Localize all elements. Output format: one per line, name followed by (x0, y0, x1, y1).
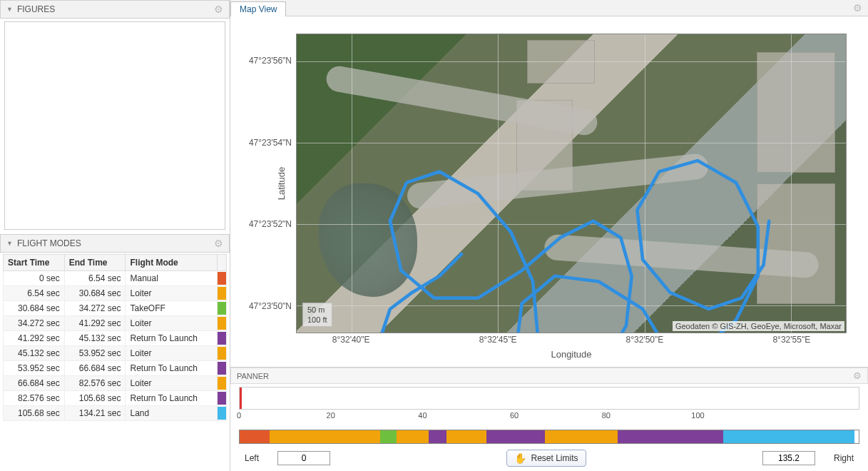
cell-start: 53.952 sec (4, 361, 65, 376)
cell-color (218, 346, 227, 361)
cell-start: 0 sec (4, 271, 65, 286)
cell-color (218, 391, 227, 406)
table-row[interactable]: 105.68 sec134.21 secLand (4, 406, 227, 421)
gear-icon[interactable]: ⚙ (214, 238, 223, 249)
timeline-segment[interactable] (397, 430, 429, 443)
table-row[interactable]: 45.132 sec53.952 secLoiter (4, 346, 227, 361)
table-row[interactable]: 66.684 sec82.576 secLoiter (4, 376, 227, 391)
hand-icon: ✋ (514, 452, 526, 464)
table-row[interactable]: 53.952 sec66.684 secReturn To Launch (4, 361, 227, 376)
right-column: Map View ⚙ Latitude 47°23'56"N47°23'54"N… (230, 0, 868, 471)
col-mode[interactable]: Flight Mode (126, 255, 218, 271)
col-start[interactable]: Start Time (4, 255, 65, 271)
map-scalebar: 50 m 100 ft (302, 303, 332, 327)
timeline-bar[interactable] (239, 430, 859, 444)
y-tick: 47°23'52"N (249, 219, 292, 229)
cell-end: 105.68 sec (64, 391, 126, 406)
timeline-segment[interactable] (723, 430, 854, 443)
cell-mode: Return To Launch (126, 391, 218, 406)
cell-start: 105.68 sec (4, 406, 65, 421)
panner-tick: 20 (327, 411, 335, 420)
flight-path (297, 34, 846, 333)
collapse-icon: ▼ (6, 6, 13, 13)
gear-icon[interactable]: ⚙ (853, 370, 862, 381)
right-limit-label: Right (828, 453, 859, 463)
flight-modes-title: FLIGHT MODES (17, 238, 81, 248)
col-end[interactable]: End Time (64, 255, 126, 271)
cell-end: 6.54 sec (64, 271, 126, 286)
panner-tick: 40 (418, 411, 427, 420)
y-tick: 47°23'56"N (249, 56, 292, 66)
tab-bar: Map View ⚙ (230, 0, 868, 16)
y-tick: 47°23'54"N (249, 138, 292, 148)
cell-mode: TakeOFF (126, 301, 218, 316)
x-tick: 8°32'45"E (479, 335, 517, 345)
panner-section: PANNER ⚙ 020406080100 Left ✋ Reset Limit… (230, 367, 868, 471)
panner-marker[interactable] (240, 388, 242, 409)
col-color (218, 255, 227, 271)
panner-track[interactable] (239, 387, 859, 410)
cell-end: 45.132 sec (64, 331, 126, 346)
cell-mode: Return To Launch (126, 361, 218, 376)
collapse-icon: ▼ (6, 240, 13, 247)
cell-color (218, 271, 227, 286)
cell-end: 34.272 sec (64, 301, 126, 316)
cell-color (218, 406, 227, 421)
left-limit-input[interactable] (277, 451, 330, 465)
table-row[interactable]: 0 sec6.54 secManual (4, 271, 227, 286)
x-axis-label: Longitude (296, 349, 847, 360)
timeline-segment[interactable] (270, 430, 380, 443)
flight-modes-panel: ▼ FLIGHT MODES ⚙ Start Time End Time Fli… (0, 234, 230, 421)
panner-tick: 60 (510, 411, 519, 420)
figures-panel-header[interactable]: ▼ FIGURES ⚙ (0, 0, 230, 19)
right-limit-input[interactable] (762, 451, 815, 465)
timeline-segment[interactable] (545, 430, 618, 443)
table-row[interactable]: 30.684 sec34.272 secTakeOFF (4, 301, 227, 316)
cell-start: 34.272 sec (4, 316, 65, 331)
timeline-segment[interactable] (429, 430, 446, 443)
cell-end: 66.684 sec (64, 361, 126, 376)
cell-end: 30.684 sec (64, 286, 126, 301)
timeline-segment[interactable] (380, 430, 397, 443)
cell-color (218, 331, 227, 346)
reset-limits-button[interactable]: ✋ Reset Limits (506, 450, 586, 467)
y-tick: 47°23'50"N (249, 301, 292, 311)
table-row[interactable]: 82.576 sec105.68 secReturn To Launch (4, 391, 227, 406)
table-row[interactable]: 41.292 sec45.132 secReturn To Launch (4, 331, 227, 346)
cell-color (218, 301, 227, 316)
cell-start: 30.684 sec (4, 301, 65, 316)
flight-modes-table: Start Time End Time Flight Mode 0 sec6.5… (3, 254, 227, 421)
timeline-segment[interactable] (486, 430, 545, 443)
cell-mode: Loiter (126, 316, 218, 331)
map-chart[interactable]: Latitude 47°23'56"N47°23'54"N47°23'52"N4… (296, 34, 847, 333)
timeline-segment[interactable] (446, 430, 487, 443)
map-attribution: Geodaten © GIS-ZH, GeoEye, Microsoft, Ma… (673, 321, 844, 331)
cell-start: 41.292 sec (4, 331, 65, 346)
timeline-segment[interactable] (618, 430, 723, 443)
y-axis-label: Latitude (276, 167, 287, 200)
cell-start: 66.684 sec (4, 376, 65, 391)
x-tick: 8°32'55"E (772, 335, 810, 345)
cell-mode: Return To Launch (126, 331, 218, 346)
map-plot[interactable]: 50 m 100 ft Geodaten © GIS-ZH, GeoEye, M… (296, 34, 847, 333)
gear-icon[interactable]: ⚙ (853, 2, 862, 14)
table-row[interactable]: 6.54 sec30.684 secLoiter (4, 286, 227, 301)
x-tick: 8°32'40"E (332, 335, 370, 345)
cell-mode: Loiter (126, 346, 218, 361)
cell-color (218, 286, 227, 301)
cell-start: 82.576 sec (4, 391, 65, 406)
panner-header[interactable]: PANNER ⚙ (230, 368, 868, 384)
figures-canvas[interactable] (4, 21, 225, 230)
table-row[interactable]: 34.272 sec41.292 secLoiter (4, 316, 227, 331)
scalebar-top: 50 m (307, 305, 327, 315)
x-tick: 8°32'50"E (626, 335, 664, 345)
app-root: ▼ FIGURES ⚙ ▼ FLIGHT MODES ⚙ Start (0, 0, 868, 471)
cell-end: 134.21 sec (64, 406, 126, 421)
cell-start: 45.132 sec (4, 346, 65, 361)
tab-map-view[interactable]: Map View (230, 1, 286, 16)
flight-modes-header[interactable]: ▼ FLIGHT MODES ⚙ (0, 234, 230, 253)
cell-mode: Loiter (126, 376, 218, 391)
reset-limits-label: Reset Limits (531, 453, 578, 463)
gear-icon[interactable]: ⚙ (214, 4, 223, 15)
timeline-segment[interactable] (240, 430, 270, 443)
